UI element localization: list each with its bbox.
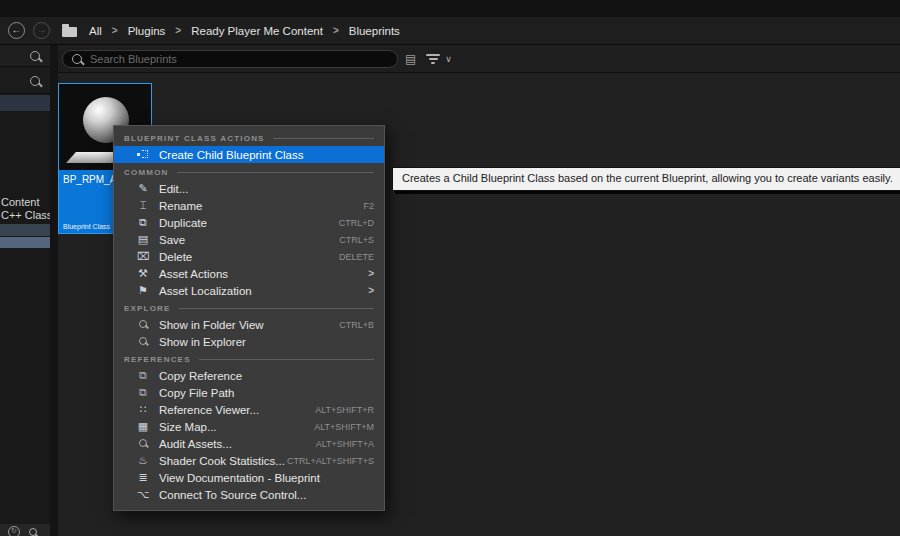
search-icon[interactable] — [29, 528, 37, 536]
sidebar-tree-row[interactable] — [0, 224, 50, 236]
menu-section-blueprint-class-actions: BLUEPRINT CLASS ACTIONS — [114, 131, 384, 146]
pencil-icon: ✎ — [136, 182, 150, 196]
save-all-icon[interactable]: ▤ — [405, 52, 416, 66]
filter-icon[interactable] — [426, 54, 440, 64]
menu-section-references: REFERENCES — [114, 352, 384, 367]
audit-assets-icon — [136, 437, 150, 451]
menu-item-shader-cook-statistics[interactable]: ♨ Shader Cook Statistics... CTRL+ALT+SHI… — [114, 452, 384, 469]
documentation-icon: ≣ — [136, 471, 150, 485]
breadcrumb-separator-icon: > — [112, 25, 118, 36]
sidebar-tree-row-selected[interactable] — [0, 237, 50, 248]
folder-search-icon — [136, 318, 150, 332]
size-map-icon: ▦ — [136, 420, 150, 434]
menu-item-rename[interactable]: ⌶ Rename F2 — [114, 197, 384, 214]
menu-section-explore: EXPLORE — [114, 301, 384, 316]
menu-item-audit-assets[interactable]: Audit Assets... ALT+SHIFT+A — [114, 435, 384, 452]
menu-item-connect-to-source-control[interactable]: ⌥ Connect To Source Control... — [114, 486, 384, 503]
wrench-icon: ⚒ — [136, 267, 150, 281]
menu-item-copy-reference[interactable]: ⧉ Copy Reference — [114, 367, 384, 384]
search-box[interactable] — [62, 50, 398, 68]
menu-item-delete[interactable]: ⌧ Delete DELETE — [114, 248, 384, 265]
menu-item-reference-viewer[interactable]: ∷ Reference Viewer... ALT+SHIFT+R — [114, 401, 384, 418]
menu-item-edit[interactable]: ✎ Edit... — [114, 180, 384, 197]
sources-sidebar: Content C++ Classes ↻ — [0, 45, 50, 536]
copy-reference-icon: ⧉ — [136, 369, 150, 383]
folder-icon — [62, 27, 77, 37]
breadcrumb-item-blueprints[interactable]: Blueprints — [349, 25, 400, 37]
reference-viewer-icon: ∷ — [136, 403, 150, 417]
asset-context-menu: BLUEPRINT CLASS ACTIONS Create Child Blu… — [113, 125, 385, 511]
breadcrumb-item-all[interactable]: All — [89, 25, 102, 37]
search-input[interactable] — [88, 52, 388, 66]
unreal-content-browser-window: ← → All > Plugins > Ready Player Me Cont… — [0, 0, 900, 536]
sidebar-search-row[interactable] — [0, 45, 50, 67]
circle-arrow-icon[interactable]: ↻ — [8, 526, 20, 536]
copy-path-icon: ⧉ — [136, 386, 150, 400]
window-top-strip — [0, 0, 900, 17]
breadcrumb-separator-icon: > — [333, 25, 339, 36]
sidebar-search-row[interactable] — [0, 68, 50, 94]
menu-item-size-map[interactable]: ▦ Size Map... ALT+SHIFT+M — [114, 418, 384, 435]
create-child-blueprint-class-icon — [136, 148, 150, 162]
breadcrumb-item-plugins[interactable]: Plugins — [128, 25, 166, 37]
menu-item-show-in-folder-view[interactable]: Show in Folder View CTRL+B — [114, 316, 384, 333]
flag-icon: ⚑ — [136, 284, 150, 298]
folder-search-icon — [136, 335, 150, 349]
breadcrumb-item-ready-player-me-content[interactable]: Ready Player Me Content — [191, 25, 323, 37]
shader-cook-icon: ♨ — [136, 454, 150, 468]
submenu-arrow-icon: > — [368, 268, 374, 279]
search-icon[interactable] — [30, 51, 40, 61]
tooltip: Creates a Child Blueprint Class based on… — [392, 167, 900, 191]
menu-item-show-in-explorer[interactable]: Show in Explorer — [114, 333, 384, 350]
chevron-down-icon[interactable]: ∨ — [445, 54, 452, 64]
menu-section-common: COMMON — [114, 165, 384, 180]
duplicate-icon: ⧉ — [136, 216, 150, 230]
trash-icon: ⌧ — [136, 250, 150, 264]
menu-item-copy-file-path[interactable]: ⧉ Copy File Path — [114, 384, 384, 401]
tree-item-cpp-classes[interactable]: C++ Classes — [1, 209, 50, 222]
forward-icon[interactable]: → — [33, 22, 50, 39]
tree-item-content[interactable]: Content — [1, 196, 50, 209]
breadcrumb-bar: ← → All > Plugins > Ready Player Me Cont… — [0, 17, 900, 45]
menu-item-create-child-blueprint-class[interactable]: Create Child Blueprint Class — [114, 146, 384, 163]
menu-item-save[interactable]: ▤ Save CTRL+S — [114, 231, 384, 248]
search-icon — [72, 54, 82, 64]
save-icon: ▤ — [136, 233, 150, 247]
breadcrumb-separator-icon: > — [175, 25, 181, 36]
rename-icon: ⌶ — [136, 199, 150, 213]
menu-item-duplicate[interactable]: ⧉ Duplicate CTRL+D — [114, 214, 384, 231]
back-icon[interactable]: ← — [8, 22, 25, 39]
submenu-arrow-icon: > — [368, 285, 374, 296]
menu-item-asset-actions[interactable]: ⚒ Asset Actions > — [114, 265, 384, 282]
source-control-icon: ⌥ — [136, 488, 150, 502]
content-browser-toolbar: ▤ ∨ — [58, 45, 900, 73]
menu-item-view-documentation[interactable]: ≣ View Documentation - Blueprint — [114, 469, 384, 486]
sidebar-footer: ↻ — [0, 524, 50, 536]
menu-item-asset-localization[interactable]: ⚑ Asset Localization > — [114, 282, 384, 299]
search-icon[interactable] — [30, 76, 40, 86]
sidebar-selected-row[interactable] — [0, 95, 50, 111]
sources-tree: Content C++ Classes — [1, 196, 50, 222]
